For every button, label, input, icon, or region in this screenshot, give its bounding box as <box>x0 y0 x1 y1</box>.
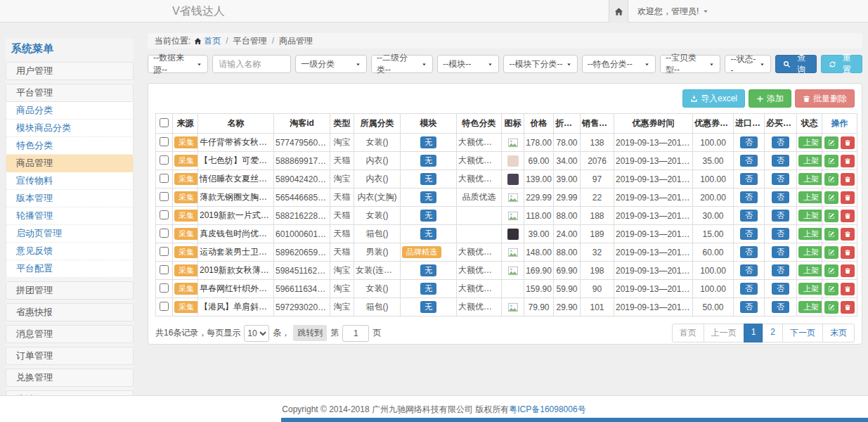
edit-button[interactable] <box>824 301 838 314</box>
filter-select[interactable]: --二级分类-- <box>371 55 433 73</box>
row-checkbox[interactable] <box>160 192 169 201</box>
sidebar-item-link[interactable]: 启动页管理 <box>6 225 134 243</box>
row-checkbox[interactable] <box>160 210 169 219</box>
must-buy-toggle[interactable]: 否 <box>772 210 789 222</box>
edit-button[interactable] <box>824 264 838 277</box>
row-checkbox[interactable] <box>160 283 169 293</box>
delete-button[interactable] <box>841 301 855 314</box>
edit-button[interactable] <box>824 173 838 186</box>
status-toggle[interactable]: 上架 <box>798 155 822 167</box>
page-button[interactable]: 上一页 <box>704 324 744 343</box>
edit-button[interactable] <box>824 228 838 241</box>
filter-select[interactable]: --状态-- <box>725 55 770 73</box>
status-toggle[interactable]: 上架 <box>798 264 822 276</box>
sidebar-item-link[interactable]: 订单管理 <box>6 347 134 365</box>
delete-button[interactable] <box>841 136 855 149</box>
home-button[interactable] <box>609 0 628 23</box>
edit-button[interactable] <box>824 210 838 222</box>
per-page-select[interactable]: 10 <box>244 325 269 342</box>
page-button[interactable]: 下一页 <box>782 324 823 343</box>
sidebar-item-link[interactable]: 拼团管理 <box>6 281 134 300</box>
row-checkbox[interactable] <box>160 174 169 183</box>
import-select-toggle[interactable]: 否 <box>740 173 758 185</box>
sidebar-item-link[interactable]: 兑换管理 <box>6 369 134 387</box>
filter-select[interactable]: --宝贝类型-- <box>660 55 720 73</box>
user-menu[interactable]: 欢迎您，管理员! <box>637 0 709 23</box>
page-button[interactable]: 首页 <box>672 324 704 343</box>
import-select-toggle[interactable]: 否 <box>740 210 758 222</box>
row-checkbox[interactable] <box>160 247 169 256</box>
filter-select[interactable]: 一级分类 <box>295 55 367 73</box>
delete-button[interactable] <box>841 210 855 222</box>
delete-button[interactable] <box>841 246 855 259</box>
batch-delete-button[interactable]: 批量删除 <box>795 89 855 108</box>
must-buy-toggle[interactable]: 否 <box>772 264 789 276</box>
must-buy-toggle[interactable]: 否 <box>772 136 789 148</box>
edit-button[interactable] <box>824 136 838 149</box>
delete-button[interactable] <box>841 191 855 204</box>
delete-button[interactable] <box>841 264 855 277</box>
must-buy-toggle[interactable]: 否 <box>772 301 789 313</box>
must-buy-toggle[interactable]: 否 <box>772 173 789 185</box>
sidebar-item-link[interactable]: 轮播管理 <box>6 207 134 225</box>
sidebar-item-link[interactable]: 商品分类 <box>6 102 134 120</box>
page-button[interactable]: 2 <box>763 324 783 343</box>
filter-select[interactable]: --模块-- <box>437 55 499 73</box>
must-buy-toggle[interactable]: 否 <box>772 246 789 258</box>
delete-button[interactable] <box>841 155 855 167</box>
status-toggle[interactable]: 上架 <box>798 173 822 185</box>
import-select-toggle[interactable]: 否 <box>740 228 758 240</box>
filter-select[interactable]: --模块下分类-- <box>503 55 577 73</box>
name-search-input[interactable] <box>212 55 291 73</box>
breadcrumb-home-link[interactable]: 首页 <box>204 33 221 49</box>
edit-button[interactable] <box>824 155 838 167</box>
sidebar-item-link[interactable]: 消息管理 <box>6 325 134 343</box>
sidebar-item-link[interactable]: 版本管理 <box>6 190 134 207</box>
import-select-toggle[interactable]: 否 <box>740 264 758 276</box>
must-buy-toggle[interactable]: 否 <box>772 228 789 240</box>
sidebar-item-link[interactable]: 模块商品分类 <box>6 120 134 137</box>
status-toggle[interactable]: 上架 <box>798 210 822 222</box>
status-toggle[interactable]: 上架 <box>798 136 822 148</box>
sidebar-item-link[interactable]: 特色分类 <box>6 137 134 155</box>
select-all-checkbox[interactable] <box>160 118 169 127</box>
status-toggle[interactable]: 上架 <box>798 283 822 295</box>
edit-button[interactable] <box>824 283 838 295</box>
import-select-toggle[interactable]: 否 <box>740 136 758 148</box>
sidebar-item-link[interactable]: 宣传物料 <box>6 172 134 190</box>
import-select-toggle[interactable]: 否 <box>740 155 758 167</box>
row-checkbox[interactable] <box>160 155 169 165</box>
status-toggle[interactable]: 上架 <box>798 246 822 258</box>
must-buy-toggle[interactable]: 否 <box>772 191 789 203</box>
status-toggle[interactable]: 上架 <box>798 301 822 313</box>
import-select-toggle[interactable]: 否 <box>740 246 758 258</box>
reset-button[interactable]: 重置 <box>821 55 862 73</box>
delete-button[interactable] <box>841 283 855 295</box>
edit-button[interactable] <box>824 246 838 259</box>
sidebar-item-link[interactable]: 用户管理 <box>6 62 134 80</box>
import-select-toggle[interactable]: 否 <box>740 191 758 203</box>
sidebar-item-link[interactable]: 省惠快报 <box>6 303 134 321</box>
row-checkbox[interactable] <box>160 302 169 311</box>
delete-button[interactable] <box>841 173 855 186</box>
import-select-toggle[interactable]: 否 <box>740 301 758 313</box>
sidebar-item-active[interactable]: 商品管理 <box>6 155 134 172</box>
filter-select[interactable]: --特色分类-- <box>582 55 656 73</box>
status-toggle[interactable]: 上架 <box>798 191 822 203</box>
status-toggle[interactable]: 上架 <box>798 228 822 240</box>
filter-select[interactable]: --数据来源-- <box>148 55 208 73</box>
page-button[interactable]: 1 <box>744 324 764 343</box>
row-checkbox[interactable] <box>160 229 169 238</box>
jump-page-input[interactable] <box>342 325 369 342</box>
page-button[interactable]: 末页 <box>822 324 855 343</box>
query-button[interactable]: 查询 <box>775 55 817 73</box>
import-select-toggle[interactable]: 否 <box>740 283 758 295</box>
icp-link[interactable]: 粤ICP备16098006号 <box>509 404 585 414</box>
sidebar-item-link[interactable]: 平台管理 <box>6 84 134 102</box>
row-checkbox[interactable] <box>160 137 169 146</box>
sidebar-item-link[interactable]: 平台配置 <box>6 260 134 278</box>
must-buy-toggle[interactable]: 否 <box>772 155 789 167</box>
edit-button[interactable] <box>824 191 838 204</box>
import-excel-button[interactable]: 导入excel <box>682 89 745 108</box>
must-buy-toggle[interactable]: 否 <box>772 283 789 295</box>
